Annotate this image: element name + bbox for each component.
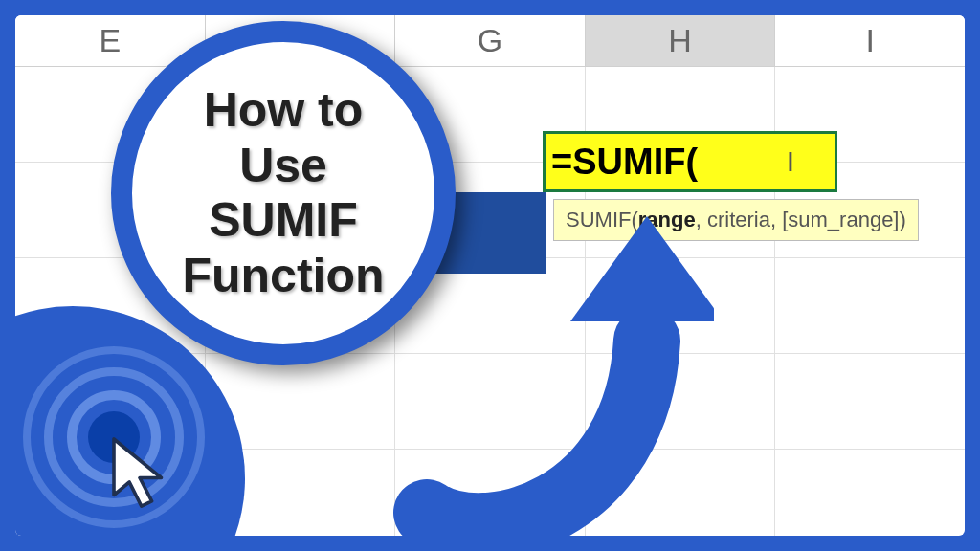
title-badge: How to Use SUMIF Function — [111, 21, 456, 365]
svg-marker-1 — [114, 439, 162, 506]
thumbnail-frame: E F G H I — [15, 15, 965, 536]
title-text: How to Use SUMIF Function — [161, 83, 406, 303]
cell[interactable] — [586, 450, 776, 536]
column-header-i[interactable]: I — [775, 15, 965, 66]
tooltip-function-name[interactable]: SUMIF — [566, 208, 631, 231]
cell[interactable] — [775, 258, 965, 354]
cell[interactable] — [395, 450, 586, 536]
cell[interactable] — [775, 354, 965, 450]
cell[interactable] — [395, 354, 586, 450]
tooltip-close-paren: ) — [899, 208, 905, 231]
text-cursor-icon: I — [787, 145, 794, 178]
formula-text: =SUMIF( — [551, 142, 698, 183]
cursor-arrow-icon — [97, 430, 183, 517]
tooltip-param-sum-range[interactable]: [sum_range] — [782, 208, 899, 231]
cell[interactable] — [586, 258, 776, 354]
cell[interactable] — [775, 450, 965, 536]
cell[interactable] — [586, 354, 776, 450]
tooltip-param-range[interactable]: range — [638, 208, 696, 231]
tooltip-sep: , — [696, 208, 707, 231]
tooltip-param-criteria[interactable]: criteria — [707, 208, 770, 231]
title-line-1: How to Use — [204, 83, 364, 192]
column-header-h[interactable]: H — [586, 15, 776, 66]
tooltip-sep: , — [770, 208, 782, 231]
title-line-3: Function — [182, 249, 384, 302]
title-line-2: SUMIF — [209, 193, 358, 247]
function-tooltip: SUMIF(range, criteria, [sum_range]) — [553, 199, 919, 241]
formula-edit-cell[interactable]: =SUMIF( I — [543, 131, 837, 192]
tooltip-open-paren: ( — [631, 208, 637, 231]
column-header-g[interactable]: G — [395, 15, 586, 66]
column-header-row: E F G H I — [15, 15, 965, 67]
